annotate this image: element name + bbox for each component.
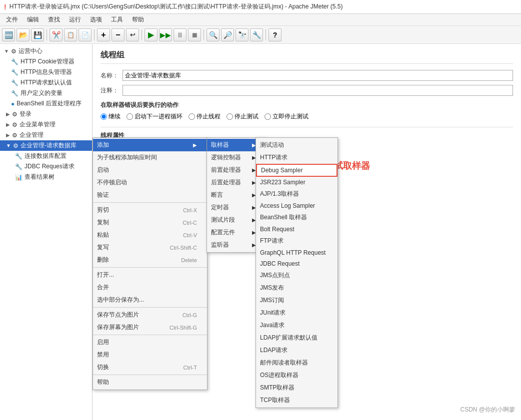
ctx-item-addtime[interactable]: 为子线程添加响应时间 [93, 151, 207, 164]
ctx-item-start[interactable]: 启动 [93, 164, 207, 176]
ctx-sampler-test-activity[interactable]: 测试活动 [256, 139, 338, 151]
ctx-sampler-http[interactable]: HTTP请求 [256, 151, 338, 164]
toolbar-paste[interactable]: 📄 [78, 28, 92, 41]
comment-row: 注释： [100, 85, 513, 96]
tree-arrow-login[interactable]: ▶ [6, 111, 10, 117]
menu-tools[interactable]: 工具 [107, 14, 127, 25]
toolbar-zoom[interactable]: 🔎 [221, 28, 234, 41]
tree-item-uservar[interactable]: 🔧 用户定义的变量 [0, 88, 92, 98]
ctx-item-startnopause[interactable]: 不停顿启动 [93, 176, 207, 189]
radio-stoptest[interactable]: 停止测试 [226, 112, 258, 121]
tree-item-root[interactable]: ▼ ⚙ 运营中心 [0, 46, 92, 56]
ctx-item-validate[interactable]: 验证 [93, 189, 207, 201]
toolbar-stop[interactable]: ⏹ [188, 28, 201, 41]
menu-run[interactable]: 运行 [65, 14, 85, 25]
tree-item-login[interactable]: ▶ ⚙ 登录 [0, 109, 92, 119]
menu-find[interactable]: 查找 [44, 14, 64, 25]
toolbar-add[interactable]: + [97, 28, 110, 41]
tree-item-header[interactable]: 🔧 HTTP信息头管理器 [0, 67, 92, 77]
toolbar-save[interactable]: 💾 [31, 28, 44, 41]
radio-continue[interactable]: 继续 [100, 112, 120, 121]
menu-options[interactable]: 选项 [86, 14, 106, 25]
ctx-item-merge[interactable]: 合并 [93, 281, 207, 294]
title-bar: ! HTTP请求-登录验证码.jmx (C:\Users\GengSun\Des… [0, 0, 521, 14]
ctx-cat-config-label: 配置元件 [211, 228, 252, 237]
ctx-sampler-jms-p2p[interactable]: JMS点到点 [256, 269, 338, 282]
ctx-sampler-junit[interactable]: JUnit请求 [256, 307, 338, 319]
ctx-item-disable[interactable]: 禁用 [93, 349, 207, 361]
ctx-sampler-ldap[interactable]: LDAP请求 [256, 344, 338, 357]
toolbar-search[interactable]: 🔍 [206, 28, 220, 41]
toolbar-help[interactable]: ? [268, 28, 282, 41]
comment-input[interactable] [122, 85, 513, 96]
toolbar-remote[interactable]: 🔭 [236, 28, 248, 41]
menu-help[interactable]: 帮助 [128, 14, 148, 25]
tree-item-enterprise[interactable]: ▶ ⚙ 企业管理 [0, 130, 92, 140]
toolbar-copy[interactable]: 📋 [64, 28, 77, 41]
ctx-sampler-debug[interactable]: Debug Sampler [256, 164, 338, 177]
ctx-item-duplicate[interactable]: 复写 Ctrl-Shift-C [93, 241, 207, 254]
menu-edit[interactable]: 编辑 [23, 14, 43, 25]
radio-stopnow[interactable]: 立即停止测试 [264, 112, 308, 121]
ctx-item-toggle[interactable]: 切换 Ctrl-T [93, 361, 207, 374]
ctx-sampler-java-label: Java请求 [260, 321, 328, 330]
tree-item-cookie[interactable]: 🔧 HTTP Cookie管理器 [0, 56, 92, 67]
toolbar-cut[interactable]: ✂️ [50, 28, 62, 41]
ctx-sampler-beanshell[interactable]: BeanShell 取样器 [256, 211, 338, 224]
ctx-item-delete[interactable]: 删除 Delete [93, 254, 207, 266]
ctx-sampler-bolt[interactable]: Bolt Request [256, 224, 338, 235]
menu-bar: 文件 编辑 查找 运行 选项 工具 帮助 [0, 14, 521, 26]
ctx-item-savescreen[interactable]: 保存屏幕为图片 Ctrl-Shift-G [93, 321, 207, 334]
ctx-item-open[interactable]: 打开... [93, 269, 207, 281]
tree-item-jdbc[interactable]: 🔧 JDBC Reques请求 [0, 161, 92, 172]
ctx-sampler-jdbc[interactable]: JDBC Request [256, 258, 338, 269]
ctx-sampler-graphql[interactable]: GraphQL HTTP Request [256, 247, 338, 258]
tree-item-viewtree[interactable]: 📊 查看结果树 [0, 172, 92, 182]
toolbar-undo[interactable]: ↩ [126, 28, 139, 41]
radio-stoptest-label: 停止测试 [234, 112, 258, 121]
ctx-sampler-jms-pub[interactable]: JMS发布 [256, 282, 338, 294]
toolbar-start-nopause[interactable]: ▶▶ [159, 28, 172, 41]
toolbar-open[interactable]: 📂 [16, 28, 30, 41]
tree-item-dbconfig[interactable]: 🔧 连接数据库配置 [0, 151, 92, 161]
ctx-item-cut[interactable]: 剪切 Ctrl-X [93, 204, 207, 216]
ctx-item-validate-label: 验证 [97, 191, 197, 199]
ctx-item-enable[interactable]: 启用 [93, 336, 207, 349]
ctx-sampler-ftp[interactable]: FTP请求 [256, 235, 338, 247]
ctx-sampler-tcp[interactable]: TCP取样器 [256, 394, 338, 407]
ctx-item-paste[interactable]: 粘贴 Ctrl-V [93, 229, 207, 241]
ctx-sampler-mail[interactable]: 邮件阅读者取样器 [256, 357, 338, 369]
ctx-item-saveas[interactable]: 选中部分保存为... [93, 294, 207, 306]
ctx-sampler-ajp[interactable]: AJP/1.3取样器 [256, 188, 338, 200]
menu-file[interactable]: 文件 [2, 14, 22, 25]
toolbar: 🆕 📂 💾 ✂️ 📋 📄 + − ↩ ▶ ▶▶ ⏸ ⏹ 🔍 🔎 🔭 🔧 ? [0, 26, 521, 44]
ctx-item-savenode[interactable]: 保存节点为图片 Ctrl-G [93, 309, 207, 321]
name-input[interactable] [122, 70, 513, 81]
ctx-item-helpbtn[interactable]: 帮助 [93, 376, 207, 389]
ctx-sampler-jms-sub[interactable]: JMS订阅 [256, 294, 338, 307]
ctx-sampler-smtp[interactable]: SMTP取样器 [256, 382, 338, 394]
tree-item-default[interactable]: 🔧 HTTP请求默认认值 [0, 77, 92, 88]
toolbar-remove[interactable]: − [112, 28, 124, 41]
ctx-sampler-accesslog[interactable]: Access Log Sampler [256, 200, 338, 211]
ctx-sampler-os[interactable]: OS进程取样器 [256, 369, 338, 382]
tree-item-db[interactable]: ▼ ⚙ 企业管理-请求数据库 [0, 140, 92, 151]
tree-arrow-db[interactable]: ▼ [6, 143, 11, 148]
radio-stopthread[interactable]: 停止线程 [188, 112, 220, 121]
toolbar-start[interactable]: ▶ [144, 28, 158, 41]
ctx-sampler-ldap-label: LDAP请求 [260, 346, 328, 355]
toolbar-pause[interactable]: ⏸ [174, 28, 186, 41]
ctx-sampler-jsr223[interactable]: JSR223 Sampler [256, 177, 338, 188]
ctx-item-add[interactable]: 添加 ▶ [93, 139, 207, 151]
tree-item-beanshell[interactable]: ● BeanShell 后置处理程序 [0, 98, 92, 109]
toolbar-config[interactable]: 🔧 [250, 28, 263, 41]
radio-nextloop[interactable]: 启动下一进程循环 [126, 112, 182, 121]
tree-arrow-menu[interactable]: ▶ [6, 122, 10, 127]
tree-arrow-root[interactable]: ▼ [4, 48, 9, 54]
tree-item-menu[interactable]: ▶ ⚙ 企业菜单管理 [0, 119, 92, 130]
tree-arrow-enterprise[interactable]: ▶ [6, 132, 10, 138]
ctx-sampler-java[interactable]: Java请求 [256, 319, 338, 332]
toolbar-new[interactable]: 🆕 [2, 28, 15, 41]
ctx-sampler-ldap-ext[interactable]: LDAP扩展请求默认值 [256, 332, 338, 344]
ctx-item-copy[interactable]: 复制 Ctrl-C [93, 216, 207, 229]
